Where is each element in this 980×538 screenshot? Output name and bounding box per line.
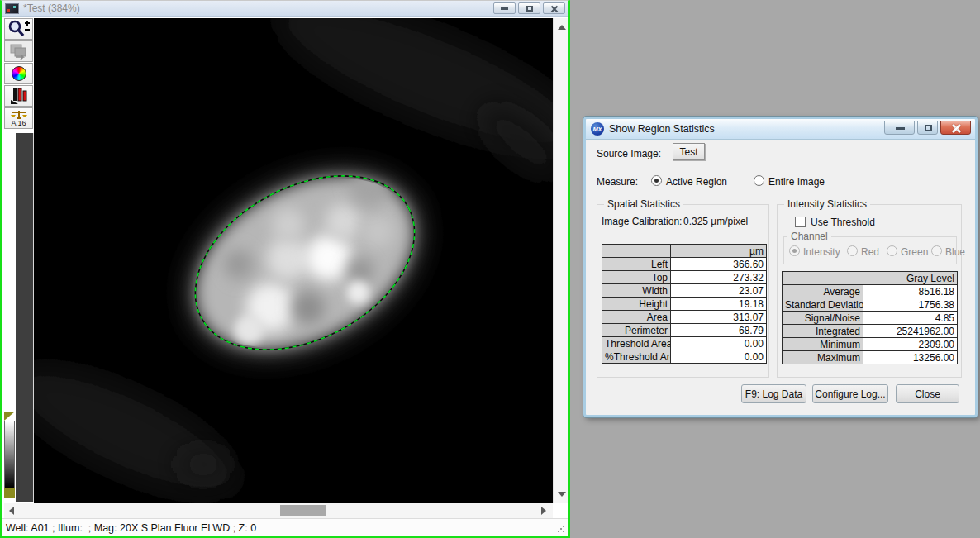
contrast-gradient-slider[interactable] (4, 412, 16, 502)
channel-intensity-label: Intensity (803, 246, 840, 258)
table-row: Left366.60 (602, 258, 767, 271)
table-row: Top273.32 (602, 271, 767, 284)
table-row: Threshold Area0.00 (602, 337, 767, 350)
calibrate-tool-button[interactable]: A 16 (4, 107, 33, 129)
scroll-left-icon[interactable] (9, 507, 14, 515)
channel-blue-label: Blue (945, 246, 965, 258)
dialog-minimize-button[interactable] (884, 121, 915, 135)
dialog-title: Show Region Statistics (609, 123, 715, 135)
restore-button[interactable] (518, 2, 540, 14)
spatial-statistics-group-label: Spatial Statistics (604, 198, 683, 210)
table-row: Standard Deviation1756.38 (783, 298, 958, 312)
intensity-statistics-group-label: Intensity Statistics (784, 198, 870, 210)
scroll-up-icon[interactable] (558, 25, 566, 30)
scroll-right-icon[interactable] (541, 507, 546, 515)
dialog-close-button[interactable] (940, 121, 971, 135)
zoom-tool-button[interactable] (4, 18, 33, 40)
window-caption-buttons (493, 2, 568, 14)
dialog-client-area: Source Image: Test Measure: Active Regio… (586, 140, 975, 415)
copy-region-icon (7, 42, 31, 60)
display-range-bar[interactable] (16, 133, 34, 502)
channel-blue-radio[interactable] (931, 245, 942, 256)
table-header-row: Gray Level (783, 272, 958, 285)
channel-red-label: Red (861, 246, 879, 258)
app-logo-icon: MX (591, 122, 604, 136)
image-canvas[interactable] (34, 18, 553, 503)
intensity-statistics-table: Gray Level Average8516.18 Standard Devia… (782, 271, 958, 364)
minimize-icon (896, 127, 905, 130)
configure-log-button[interactable]: Configure Log... (812, 384, 888, 403)
copy-region-tool-button[interactable] (4, 40, 33, 62)
table-row: Maximum13256.00 (783, 351, 958, 364)
image-calibration-label: Image Calibration: (602, 216, 682, 227)
source-image-button[interactable]: Test (673, 143, 705, 160)
scale-image-tool-button[interactable] (4, 85, 33, 107)
active-region-label: Active Region (666, 176, 727, 188)
dialog-caption-buttons (884, 121, 975, 135)
scroll-down-icon[interactable] (558, 492, 566, 497)
resize-grip[interactable] (557, 525, 565, 533)
entire-image-radio[interactable] (754, 175, 764, 186)
image-window: *Test (384%) (0, 0, 570, 538)
show-region-statistics-dialog: MX Show Region Statistics Source Image: … (583, 117, 978, 417)
image-window-titlebar[interactable]: *Test (384%) (2, 1, 568, 17)
channel-red-radio[interactable] (847, 245, 858, 256)
color-mode-tool-button[interactable] (4, 63, 33, 84)
vertical-scrollbar[interactable] (553, 18, 568, 503)
image-calibration-value: 0.325 µm/pixel (683, 216, 748, 227)
restore-icon (526, 6, 533, 12)
source-image-label: Source Image: (597, 148, 661, 159)
image-window-body: A 16 (2, 17, 568, 536)
image-toolbar: A 16 (4, 18, 35, 130)
table-row: Perimeter68.79 (602, 324, 767, 337)
log-data-button[interactable]: F9: Log Data (741, 384, 806, 403)
contrast-upper-handle-icon[interactable] (4, 412, 15, 421)
intensity-statistics-group: Intensity Statistics Use Threshold Chann… (777, 204, 962, 378)
table-row: %Threshold Area0.00 (602, 350, 767, 364)
unit-header: µm (671, 245, 767, 258)
table-row: Minimum2309.00 (783, 338, 958, 351)
close-button[interactable] (543, 2, 565, 14)
balance-scale-icon (10, 110, 28, 120)
minimize-icon (501, 7, 508, 10)
status-text: Well: A01 ; Illum: ; Mag: 20X S Plan Flu… (6, 522, 256, 534)
entire-image-label: Entire Image (768, 176, 825, 188)
image-document-icon (5, 3, 19, 14)
image-window-title: *Test (384%) (23, 2, 80, 14)
table-row: Signal/Noise4.85 (783, 312, 958, 325)
channel-group-label: Channel (787, 231, 831, 242)
table-row: Integrated25241962.00 (783, 325, 958, 338)
horizontal-scrollbar-thumb[interactable] (280, 505, 326, 516)
table-row: Height19.18 (602, 298, 767, 311)
table-row: Width23.07 (602, 284, 767, 298)
channel-green-radio[interactable] (887, 245, 897, 256)
channel-group: Channel Intensity Red Green Blue (783, 236, 957, 264)
display-range-gauge (4, 132, 35, 503)
use-threshold-label: Use Threshold (811, 217, 875, 228)
table-header-row: µm (602, 245, 767, 258)
contrast-lower-handle-icon[interactable] (4, 488, 15, 498)
table-row: Area313.07 (602, 311, 767, 324)
channel-green-label: Green (901, 246, 928, 258)
measure-label: Measure: (597, 176, 638, 188)
dialog-maximize-button[interactable] (917, 121, 938, 135)
spatial-statistics-group: Spatial Statistics Image Calibration: 0.… (597, 204, 769, 378)
color-wheel-icon (12, 66, 26, 81)
dialog-titlebar[interactable]: MX Show Region Statistics (586, 119, 975, 140)
grayscale-gradient (4, 421, 15, 488)
maximize-icon (925, 125, 932, 131)
magnifier-plus-minus-icon (6, 19, 31, 39)
minimize-button[interactable] (493, 2, 516, 14)
horizontal-scrollbar[interactable] (4, 503, 553, 518)
close-dialog-button[interactable]: Close (896, 384, 959, 403)
status-bar: Well: A01 ; Illum: ; Mag: 20X S Plan Flu… (2, 518, 568, 536)
gray-level-header: Gray Level (863, 272, 958, 285)
histogram-levels-icon (7, 87, 31, 105)
fluorescence-cell-image (34, 18, 553, 503)
table-row: Average8516.18 (783, 285, 958, 298)
channel-intensity-radio[interactable] (789, 245, 800, 256)
active-region-radio[interactable] (651, 175, 662, 186)
use-threshold-checkbox[interactable] (795, 217, 806, 227)
spatial-statistics-table: µm Left366.60 Top273.32 Width23.07 Heigh… (602, 244, 767, 364)
calibrate-label: A 16 (11, 120, 26, 127)
